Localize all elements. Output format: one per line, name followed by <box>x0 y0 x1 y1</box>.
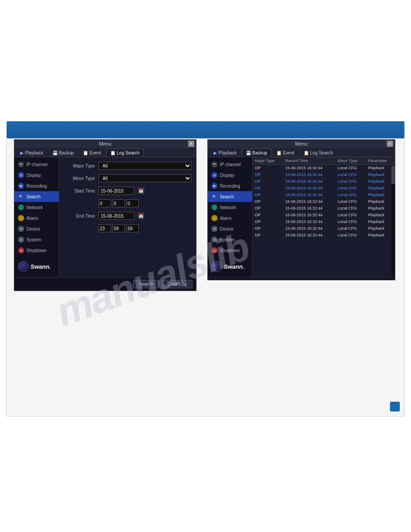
search-button-left[interactable]: Search <box>133 280 159 288</box>
sidebar-device-label-right: Device <box>220 227 234 232</box>
end-hour-input[interactable] <box>98 224 111 232</box>
sidebar-item-recording-right[interactable]: ⏺ Recording <box>208 180 252 191</box>
sidebar-network-label-right: Network <box>220 205 236 210</box>
clear-log-button[interactable]: Clear Log <box>162 280 193 288</box>
alarm-icon-left: ⚠ <box>18 215 24 221</box>
cell-time-4: 15-06-2015 16:32:44 <box>283 192 335 198</box>
end-time-spinners-row <box>64 224 192 232</box>
left-sidebar: 📷 IP channel 🖥 Display ⏺ Recording 🔍 Sea… <box>14 157 59 277</box>
sidebar-item-recording-left[interactable]: ⏺ Recording <box>14 180 59 191</box>
cell-minor-5: Local CFG <box>335 198 366 205</box>
tab-playback-label-left: Playback <box>25 150 43 155</box>
left-window-close-button[interactable]: ✕ <box>188 141 194 147</box>
table-row[interactable]: OP15-06-2015 16:32:44Local CFGPlayback <box>253 165 395 172</box>
tab-backup-left[interactable]: 💾 Backup <box>48 149 78 157</box>
start-time-row: Start Time 📅 <box>64 187 192 195</box>
cell-param-6: Playback <box>366 205 395 212</box>
cell-major-10: OP <box>253 232 283 239</box>
tab-playback-right[interactable]: ▶ Playback <box>210 149 241 157</box>
end-date-input[interactable] <box>98 212 134 220</box>
sidebar-item-display-left[interactable]: 🖥 Display <box>14 170 59 180</box>
sidebar-item-ipchannel-left[interactable]: 📷 IP channel <box>14 159 59 170</box>
tab-logsearch-right[interactable]: 📋 Log Search <box>300 149 337 157</box>
table-row[interactable]: OP15-06-2015 16:32:44Local CFGPlayback <box>253 172 395 178</box>
end-sec-input[interactable] <box>126 224 139 232</box>
sidebar-network-label-left: Network <box>26 205 43 210</box>
swann-ball-right <box>211 261 222 272</box>
blue-square-button[interactable] <box>390 402 400 412</box>
end-min-input[interactable] <box>112 224 125 232</box>
sidebar-item-network-right[interactable]: 🌐 Network <box>208 202 252 213</box>
results-table: Major Type Record Time Minor Type Parame… <box>253 157 395 239</box>
sidebar-item-display-right[interactable]: 🖥 Display <box>208 170 252 180</box>
table-scrollbar[interactable] <box>391 166 395 277</box>
table-row[interactable]: OP15-06-2015 16:32:44Local CFGPlayback <box>253 225 395 232</box>
tab-logsearch-left[interactable]: 📋 Log Search <box>106 149 144 157</box>
sidebar-item-alarm-right[interactable]: ⚠ Alarm <box>208 213 252 223</box>
cell-minor-9: Local CFG <box>335 225 366 232</box>
tab-event-left[interactable]: 📋 Event <box>79 149 105 157</box>
start-date-input[interactable] <box>98 187 134 195</box>
table-row[interactable]: OP15-06-2015 16:32:44Local CFGPlayback <box>253 198 395 205</box>
sidebar-item-device-right[interactable]: ⚙ Device <box>208 223 252 234</box>
col-parameter: Parameter <box>366 157 395 165</box>
sidebar-item-shutdown-right[interactable]: ⏻ Shutdown <box>208 245 252 256</box>
network-icon-right: 🌐 <box>211 204 218 210</box>
results-table-scroll[interactable]: Major Type Record Time Minor Type Parame… <box>253 157 395 239</box>
sidebar-item-ipchannel-right[interactable]: 📷 IP channel <box>208 159 252 170</box>
cell-major-7: OP <box>253 212 283 219</box>
tab-playback-label-right: Playback <box>218 150 237 155</box>
left-window-title: Menu <box>99 141 111 146</box>
log-icon-left: 📋 <box>110 150 116 155</box>
cell-time-2: 15-06-2015 16:32:44 <box>283 178 335 185</box>
table-row[interactable]: OP15-06-2015 16:32:44Local CFGPlayback <box>253 232 395 239</box>
start-min-input[interactable] <box>112 199 125 207</box>
cell-major-1: OP <box>253 172 283 178</box>
left-window-tabs: ▶ Playback 💾 Backup 📋 Event 📋 Log Search <box>14 148 196 157</box>
play-icon: ▶ <box>20 150 24 155</box>
cell-major-5: OP <box>253 198 283 205</box>
cell-param-0: Playback <box>366 165 395 172</box>
sidebar-device-label-left: Device <box>26 227 40 232</box>
table-row[interactable]: OP15-06-2015 16:32:44Local CFGPlayback <box>253 178 395 185</box>
minor-type-label: Minor Type <box>64 176 95 181</box>
sidebar-item-search-right[interactable]: 🔍 Search <box>208 191 252 202</box>
header-bar <box>7 121 404 138</box>
sidebar-item-system-left[interactable]: ⚙ System <box>14 234 59 245</box>
sidebar-display-label-right: Display <box>220 173 235 178</box>
tab-backup-right[interactable]: 💾 Backup <box>242 149 271 157</box>
table-row[interactable]: OP15-06-2015 16:32:44Local CFGPlayback <box>253 192 395 198</box>
sidebar-item-shutdown-left[interactable]: ⏻ Shutdown <box>14 245 59 256</box>
table-row[interactable]: OP15-06-2015 16:32:44Local CFGPlayback <box>253 185 395 192</box>
backup-icon-right: 💾 <box>246 150 251 155</box>
sidebar-shutdown-label-right: Shutdown <box>220 248 240 253</box>
right-window-close-button[interactable]: ✕ <box>387 141 393 147</box>
sidebar-item-alarm-left[interactable]: ⚠ Alarm <box>14 213 59 223</box>
tab-playback-left[interactable]: ▶ Playback <box>16 149 47 157</box>
right-window-body: 📷 IP channel 🖥 Display ⏺ Recording 🔍 Sea… <box>208 157 395 277</box>
table-row[interactable]: OP15-06-2015 16:32:44Local CFGPlayback <box>253 219 395 225</box>
record-icon-right: ⏺ <box>211 183 218 189</box>
start-hour-input[interactable] <box>98 199 111 207</box>
cell-major-3: OP <box>253 185 283 192</box>
shutdown-icon-left: ⏻ <box>18 247 24 253</box>
end-calendar-icon[interactable]: 📅 <box>138 213 144 219</box>
sidebar-system-label-right: System <box>220 237 235 242</box>
left-window-footer: Search Clear Log <box>14 277 196 291</box>
tab-event-right[interactable]: 📋 Event <box>272 149 299 157</box>
cell-time-10: 15-06-2015 16:32:44 <box>283 232 335 239</box>
cell-param-3: Playback <box>366 185 395 192</box>
sidebar-item-device-left[interactable]: ⚙ Device <box>14 223 59 234</box>
cell-time-3: 15-06-2015 16:32:44 <box>283 185 335 192</box>
minor-type-select[interactable]: All <box>98 174 192 182</box>
sidebar-item-system-right[interactable]: ⚙ System <box>208 234 252 245</box>
search-icon-right: 🔍 <box>211 193 218 200</box>
start-sec-input[interactable] <box>126 199 139 207</box>
major-type-select[interactable]: All <box>98 162 192 170</box>
table-row[interactable]: OP15-06-2015 16:32:44Local CFGPlayback <box>253 212 395 219</box>
start-calendar-icon[interactable]: 📅 <box>138 188 144 194</box>
major-type-row: Major Type All <box>64 162 192 170</box>
table-row[interactable]: OP15-06-2015 16:32:44Local CFGPlayback <box>253 205 395 212</box>
sidebar-item-search-left[interactable]: 🔍 Search <box>14 191 59 202</box>
sidebar-item-network-left[interactable]: 🌐 Network <box>14 202 59 213</box>
